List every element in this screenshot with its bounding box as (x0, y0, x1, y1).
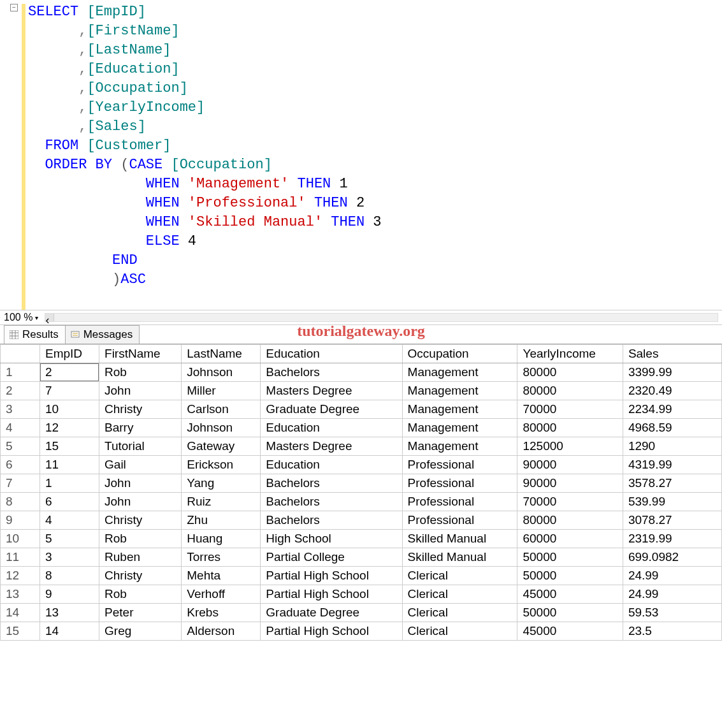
cell[interactable]: Management (402, 363, 517, 382)
cell[interactable]: Peter (99, 604, 182, 622)
cell[interactable]: Rob (99, 363, 182, 382)
table-row[interactable]: 1413PeterKrebsGraduate DegreeClerical500… (1, 604, 722, 622)
row-number[interactable]: 6 (1, 456, 40, 474)
col-header-yearlyincome[interactable]: YearlyIncome (517, 345, 623, 363)
cell[interactable]: Management (402, 382, 517, 400)
row-number[interactable]: 15 (1, 622, 40, 641)
cell[interactable]: 80000 (517, 419, 623, 437)
row-number[interactable]: 3 (1, 400, 40, 419)
cell[interactable]: 45000 (517, 622, 623, 641)
table-row[interactable]: 105RobHuangHigh SchoolSkilled Manual6000… (1, 530, 722, 548)
cell[interactable]: 3 (40, 548, 99, 567)
cell[interactable]: Professional (402, 493, 517, 511)
cell[interactable]: 5 (40, 530, 99, 548)
cell[interactable]: 4968.59 (623, 419, 721, 437)
table-row[interactable]: 71JohnYangBachelorsProfessional900003578… (1, 474, 722, 493)
row-number[interactable]: 11 (1, 548, 40, 567)
cell[interactable]: 70000 (517, 493, 623, 511)
cell[interactable]: 60000 (517, 530, 623, 548)
cell[interactable]: John (99, 493, 182, 511)
cell[interactable]: 3078.27 (623, 511, 721, 530)
cell[interactable]: Carlson (182, 400, 261, 419)
cell[interactable]: 59.53 (623, 604, 721, 622)
cell[interactable]: Rob (99, 530, 182, 548)
table-row[interactable]: 128ChristyMehtaPartial High SchoolCleric… (1, 567, 722, 585)
cell[interactable]: Masters Degree (261, 437, 402, 456)
cell[interactable]: Clerical (402, 585, 517, 604)
cell[interactable]: 10 (40, 400, 99, 419)
scroll-nib-left[interactable]: ‹ (45, 314, 54, 321)
cell[interactable]: 539.99 (623, 493, 721, 511)
cell[interactable]: Alderson (182, 622, 261, 641)
cell[interactable]: 3399.99 (623, 363, 721, 382)
cell[interactable]: Management (402, 419, 517, 437)
cell[interactable]: Gateway (182, 437, 261, 456)
cell[interactable]: Professional (402, 474, 517, 493)
cell[interactable]: Partial High School (261, 622, 402, 641)
cell[interactable]: Masters Degree (261, 382, 402, 400)
cell[interactable]: Verhoff (182, 585, 261, 604)
cell[interactable]: 4 (40, 511, 99, 530)
table-row[interactable]: 86JohnRuizBachelorsProfessional70000539.… (1, 493, 722, 511)
cell[interactable]: 13 (40, 604, 99, 622)
cell[interactable]: High School (261, 530, 402, 548)
table-row[interactable]: 412BarryJohnsonEducationManagement800004… (1, 419, 722, 437)
cell[interactable]: Management (402, 437, 517, 456)
cell[interactable]: Ruiz (182, 493, 261, 511)
cell[interactable]: Partial High School (261, 585, 402, 604)
tab-messages[interactable]: Messages (65, 325, 140, 344)
cell[interactable]: Johnson (182, 419, 261, 437)
cell[interactable]: Ruben (99, 548, 182, 567)
cell[interactable]: Graduate Degree (261, 604, 402, 622)
fold-toggle-icon[interactable]: − (10, 4, 18, 11)
cell[interactable]: 12 (40, 419, 99, 437)
cell[interactable]: 90000 (517, 474, 623, 493)
col-header-firstname[interactable]: FirstName (99, 345, 182, 363)
cell[interactable]: 7 (40, 382, 99, 400)
cell[interactable]: Bachelors (261, 511, 402, 530)
cell[interactable]: Skilled Manual (402, 530, 517, 548)
cell[interactable]: Clerical (402, 567, 517, 585)
row-number[interactable]: 1 (1, 363, 40, 382)
sql-editor[interactable]: − SELECT [EmpID] ,[FirstName] ,[LastName… (0, 0, 722, 310)
row-number[interactable]: 7 (1, 474, 40, 493)
zoom-dropdown-icon[interactable]: ▾ (35, 314, 38, 321)
row-number[interactable]: 8 (1, 493, 40, 511)
cell[interactable]: John (99, 382, 182, 400)
table-row[interactable]: 94ChristyZhuBachelorsProfessional8000030… (1, 511, 722, 530)
cell[interactable]: 90000 (517, 456, 623, 474)
cell[interactable]: Christy (99, 567, 182, 585)
col-header-lastname[interactable]: LastName (182, 345, 261, 363)
cell[interactable]: 8 (40, 567, 99, 585)
row-number[interactable]: 9 (1, 511, 40, 530)
table-row[interactable]: 12RobJohnsonBachelorsManagement800003399… (1, 363, 722, 382)
cell[interactable]: Yang (182, 474, 261, 493)
col-header-education[interactable]: Education (261, 345, 402, 363)
cell[interactable]: 2320.49 (623, 382, 721, 400)
cell[interactable]: 11 (40, 456, 99, 474)
cell[interactable]: 125000 (517, 437, 623, 456)
cell[interactable]: Clerical (402, 604, 517, 622)
horizontal-scrollbar[interactable]: ‹ (45, 313, 718, 322)
cell[interactable]: 70000 (517, 400, 623, 419)
cell[interactable]: 2 (40, 363, 99, 382)
cell[interactable]: Zhu (182, 511, 261, 530)
cell[interactable]: Miller (182, 382, 261, 400)
cell[interactable]: Professional (402, 511, 517, 530)
row-number[interactable]: 5 (1, 437, 40, 456)
row-number[interactable]: 14 (1, 604, 40, 622)
cell[interactable]: Partial High School (261, 567, 402, 585)
col-header-empid[interactable]: EmpID (40, 345, 99, 363)
cell[interactable]: 23.5 (623, 622, 721, 641)
table-row[interactable]: 139RobVerhoffPartial High SchoolClerical… (1, 585, 722, 604)
table-row[interactable]: 1514GregAldersonPartial High SchoolCleri… (1, 622, 722, 641)
row-number[interactable]: 10 (1, 530, 40, 548)
cell[interactable]: Bachelors (261, 474, 402, 493)
cell[interactable]: 80000 (517, 363, 623, 382)
cell[interactable]: Barry (99, 419, 182, 437)
cell[interactable]: Gail (99, 456, 182, 474)
results-grid[interactable]: EmpID FirstName LastName Education Occup… (0, 344, 722, 641)
cell[interactable]: Graduate Degree (261, 400, 402, 419)
tab-results[interactable]: Results (4, 325, 66, 344)
cell[interactable]: 9 (40, 585, 99, 604)
